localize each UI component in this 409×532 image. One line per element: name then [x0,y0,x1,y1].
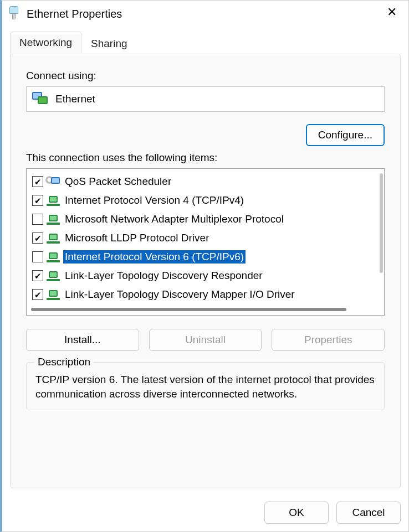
network-adapter-icon [32,92,50,106]
description-text: TCP/IP version 6. The latest version of … [35,373,375,401]
tab-networking[interactable]: Networking [10,32,81,53]
items-listbox[interactable]: QoS Packet SchedulerInternet Protocol Ve… [26,168,385,316]
checkbox[interactable] [32,270,43,281]
scrollbar-horizontal[interactable] [31,307,374,312]
checkbox[interactable] [32,233,43,244]
close-icon[interactable]: ✕ [381,4,403,24]
tabstrip: Networking Sharing [10,30,401,53]
checkbox[interactable] [32,251,43,262]
list-item[interactable]: QoS Packet Scheduler [30,172,381,191]
list-item[interactable]: Internet Protocol Version 4 (TCP/IPv4) [30,191,381,210]
protocol-icon [47,289,60,300]
item-action-buttons: Install... Uninstall Properties [26,329,385,351]
tab-sharing[interactable]: Sharing [81,33,137,54]
list-item[interactable]: Microsoft LLDP Protocol Driver [30,229,381,247]
list-item-label: Internet Protocol Version 6 (TCP/IPv6) [63,250,246,264]
connect-using-label: Connect using: [26,70,385,82]
tab-panel-networking: Connect using: Ethernet Configure... Thi… [10,54,401,488]
list-item[interactable]: Microsoft Network Adapter Multiplexor Pr… [30,210,381,229]
properties-button: Properties [272,329,385,351]
uninstall-button: Uninstall [149,329,262,351]
list-item-label: Internet Protocol Version 4 (TCP/IPv4) [63,194,246,207]
list-item[interactable]: Internet Protocol Version 6 (TCP/IPv6) [30,247,381,266]
titlebar: Ethernet Properties ✕ [2,1,408,30]
list-item-label: Microsoft LLDP Protocol Driver [63,231,211,245]
list-item[interactable]: Link-Layer Topology Discovery Responder [30,266,381,285]
checkbox[interactable] [32,176,43,187]
protocol-icon [47,195,60,206]
configure-button[interactable]: Configure... [306,124,385,146]
ok-button[interactable]: OK [264,502,329,524]
scrollbar-vertical[interactable] [379,171,384,303]
list-item-label: QoS Packet Scheduler [63,175,173,188]
protocol-icon [47,233,60,244]
ethernet-plug-icon [8,6,20,22]
qos-icon [47,176,60,187]
checkbox[interactable] [32,214,43,225]
dialog-buttons: OK Cancel [2,496,408,531]
list-item-label: Microsoft Network Adapter Multiplexor Pr… [63,213,285,226]
description-group: Description TCP/IP version 6. The latest… [26,362,385,410]
description-legend: Description [34,356,94,368]
protocol-icon [47,251,60,262]
adapter-selector[interactable]: Ethernet [26,86,385,112]
cancel-button[interactable]: Cancel [336,502,401,524]
install-button[interactable]: Install... [26,329,139,351]
items-label: This connection uses the following items… [26,152,385,164]
protocol-icon [47,214,60,225]
protocol-icon [47,270,60,281]
checkbox[interactable] [32,195,43,206]
window-title: Ethernet Properties [27,8,122,20]
dialog-body: Networking Sharing Connect using: Ethern… [2,30,408,496]
checkbox[interactable] [32,289,43,300]
list-item-label: Link-Layer Topology Discovery Mapper I/O… [63,288,296,301]
adapter-name: Ethernet [55,93,95,105]
list-item[interactable]: Link-Layer Topology Discovery Mapper I/O… [30,285,381,304]
ethernet-properties-window: Ethernet Properties ✕ Networking Sharing… [0,0,409,532]
list-item-label: Link-Layer Topology Discovery Responder [63,269,264,282]
